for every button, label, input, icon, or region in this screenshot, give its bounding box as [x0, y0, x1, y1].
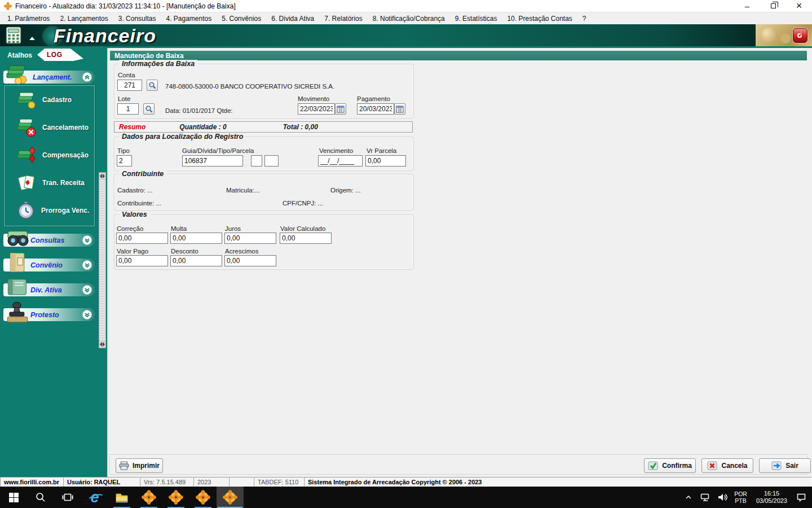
conta-label: Conta — [118, 72, 135, 78]
menu-convenios[interactable]: 5. Convênios — [217, 14, 266, 24]
main-panel: Manutenção de Baixa Informações da Baixa… — [107, 48, 812, 477]
conta-search-button[interactable] — [147, 80, 158, 91]
volume-icon[interactable] — [715, 487, 730, 508]
sidebar-item-cadastro[interactable]: Cadastro — [5, 86, 94, 113]
consultas-icon — [5, 226, 31, 249]
menu-estatisticas[interactable]: 9. Estatísticas — [450, 14, 502, 24]
valor-calculado-input[interactable] — [280, 233, 332, 244]
taskbar-search-icon[interactable] — [27, 487, 54, 508]
menu-relatorios[interactable]: 7. Relatórios — [319, 14, 367, 24]
juros-input[interactable] — [224, 233, 276, 244]
movimento-input[interactable] — [298, 103, 335, 115]
chevron-up-icon[interactable] — [82, 72, 92, 82]
group-label: Div. Ativa — [30, 286, 62, 294]
tipo-input[interactable] — [117, 155, 132, 167]
origem-value: Origem: ... — [330, 187, 361, 194]
convenio-icon — [5, 251, 29, 274]
protesto-icon — [5, 301, 30, 323]
imprimir-button[interactable]: Imprimir — [116, 458, 163, 473]
fiorilli-app-icon-1[interactable] — [135, 487, 162, 508]
cadastro-icon — [16, 91, 37, 109]
status-version: Vrs: 7.5.15.489 — [140, 477, 193, 487]
fiorilli-app-icon-active[interactable] — [217, 487, 244, 508]
splitter-collapse-arrows[interactable] — [99, 341, 105, 348]
log-button[interactable]: LOG — [37, 49, 83, 61]
status-empty — [229, 477, 254, 487]
fiorilli-app-icon-3[interactable] — [189, 487, 217, 508]
menu-consultas[interactable]: 3. Consultas — [113, 14, 161, 24]
menu-notificacao-cobranca[interactable]: 8. Notificação/Cobrança — [368, 14, 450, 24]
sidebar-group-div-ativa[interactable]: Div. Ativa — [3, 283, 95, 296]
start-button[interactable] — [0, 487, 27, 508]
notification-center-icon[interactable] — [794, 487, 809, 508]
resumo-total: Total : 0,00 — [283, 123, 318, 131]
lote-search-button[interactable] — [143, 103, 155, 115]
menu-help[interactable]: ? — [577, 14, 592, 24]
close-button[interactable]: × — [786, 0, 812, 12]
status-year: 2023 — [193, 477, 229, 487]
compensacao-icon — [16, 146, 37, 165]
group-label: Lançament. — [33, 73, 72, 81]
resumo-bar: Resumo Quantidade : 0 Total : 0,00 — [114, 121, 413, 133]
status-user: Usuário: RAQUEL — [63, 477, 140, 487]
cancela-button[interactable]: Cancela — [701, 458, 753, 473]
confirma-button[interactable]: Confirma — [644, 458, 696, 473]
power-button[interactable] — [793, 28, 807, 43]
guia-input[interactable] — [182, 155, 243, 167]
chevron-down-icon[interactable] — [82, 260, 92, 270]
cpf-cnpj-value: CPF/CNPJ: ... — [283, 200, 323, 207]
vencimento-input[interactable] — [318, 155, 363, 167]
guia-label: Guia/Dívida/Tipo/Parcela — [182, 147, 254, 154]
tipo-parcela-input-2[interactable] — [264, 155, 279, 167]
tray-chevron-up-icon[interactable] — [681, 487, 696, 508]
menu-divida-ativa[interactable]: 6. Divida Ativa — [266, 14, 319, 24]
menu-pagamentos[interactable]: 4. Pagamentos — [161, 14, 217, 24]
clock[interactable]: 16:1503/05/2023 — [752, 490, 792, 505]
tran-receita-icon — [16, 173, 37, 192]
sidebar-splitter[interactable] — [99, 172, 106, 348]
menu-parametros[interactable]: 1. Parâmetros — [2, 14, 55, 24]
menu-prestacao-contas[interactable]: 10. Prestação Contas — [502, 14, 577, 24]
sidebar: Atalhos LOG Lançament. — [0, 48, 107, 477]
sidebar-group-consultas[interactable]: Consultas — [3, 234, 95, 247]
chevron-down-icon[interactable] — [82, 235, 92, 245]
lote-input[interactable] — [117, 103, 139, 115]
correcao-input[interactable] — [116, 233, 168, 244]
fieldset-contribuinte: Contribuinte Cadastro: ... Matricula:...… — [114, 174, 414, 211]
chevron-down-icon[interactable] — [82, 285, 92, 295]
network-icon[interactable] — [698, 487, 713, 508]
vr-parcela-input[interactable] — [365, 155, 406, 167]
pagamento-calendar-button[interactable] — [394, 103, 405, 115]
desconto-input[interactable] — [170, 255, 222, 266]
chevron-down-icon[interactable] — [82, 310, 92, 319]
minimize-button[interactable]: – — [734, 0, 760, 12]
acrescimos-label: Acrescimos — [225, 248, 258, 255]
valor-pago-input[interactable] — [116, 255, 168, 266]
conta-descricao: 748-0800-53000-0 BANCO COOPERATIVO SICRE… — [165, 83, 334, 90]
calculator-icon[interactable] — [5, 27, 23, 45]
sidebar-item-prorroga-venc[interactable]: Prorroga Venc. — [5, 196, 94, 224]
multa-input[interactable] — [170, 233, 222, 244]
splitter-collapse-arrows[interactable] — [99, 173, 105, 179]
vencimento-label: Vencimento — [319, 147, 353, 154]
movimento-calendar-button[interactable] — [335, 103, 346, 115]
sidebar-item-compensacao[interactable]: Compensação — [5, 141, 94, 169]
conta-input[interactable] — [117, 80, 142, 91]
sidebar-group-convenio[interactable]: Convênio — [3, 259, 95, 271]
file-explorer-icon[interactable] — [108, 487, 135, 508]
pagamento-input[interactable] — [357, 103, 394, 115]
juros-label: Juros — [225, 225, 241, 232]
sidebar-group-protesto[interactable]: Protesto — [3, 308, 95, 321]
sidebar-item-tran-receita[interactable]: Tran. Receita — [5, 169, 94, 196]
internet-explorer-icon[interactable]: e — [81, 487, 108, 508]
menu-lancamentos[interactable]: 2. Lançamentos — [55, 14, 113, 24]
acrescimos-input[interactable] — [224, 255, 276, 266]
fiorilli-app-icon-2[interactable] — [162, 487, 189, 508]
header-caret-icon[interactable] — [29, 37, 35, 40]
restore-button[interactable] — [760, 0, 786, 12]
sidebar-item-cancelamento[interactable]: Cancelamento — [5, 113, 94, 141]
task-view-icon[interactable] — [54, 487, 81, 508]
sair-button[interactable]: Sair — [759, 458, 811, 473]
tipo-parcela-input-1[interactable] — [251, 155, 262, 167]
language-indicator[interactable]: PORPTB — [732, 491, 749, 504]
